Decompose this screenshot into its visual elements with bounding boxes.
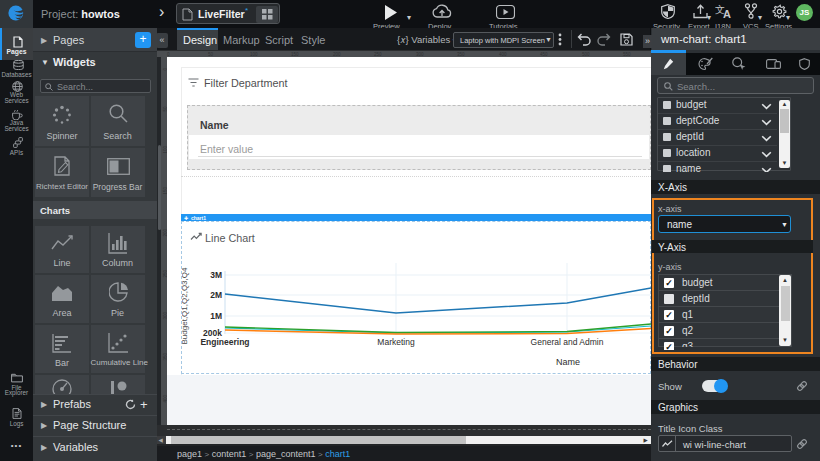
svg-text:Name: Name [556, 357, 580, 367]
svg-text:350: 350 [457, 52, 465, 57]
svg-text:Marketing: Marketing [377, 337, 415, 347]
svg-text:2M: 2M [210, 290, 222, 300]
svg-text:400: 400 [499, 52, 507, 57]
svg-text:200: 200 [333, 52, 341, 57]
svg-text:150: 150 [291, 52, 299, 57]
svg-text:50: 50 [208, 52, 214, 57]
svg-text:A: A [723, 8, 731, 19]
svg-text:0: 0 [167, 52, 170, 57]
svg-text:550: 550 [623, 52, 631, 57]
svg-text:Budget,Q1,Q2,Q3,Q4: Budget,Q1,Q2,Q3,Q4 [182, 267, 189, 344]
svg-text:Engineering: Engineering [200, 337, 249, 347]
svg-text:General and Admin: General and Admin [531, 337, 604, 347]
svg-text:3M: 3M [210, 270, 222, 280]
svg-text:450: 450 [540, 52, 548, 57]
svg-text:1M: 1M [210, 311, 222, 321]
svg-text:100: 100 [250, 52, 258, 57]
svg-text:500: 500 [582, 52, 590, 57]
svg-text:300: 300 [416, 52, 424, 57]
svg-text:250: 250 [374, 52, 382, 57]
